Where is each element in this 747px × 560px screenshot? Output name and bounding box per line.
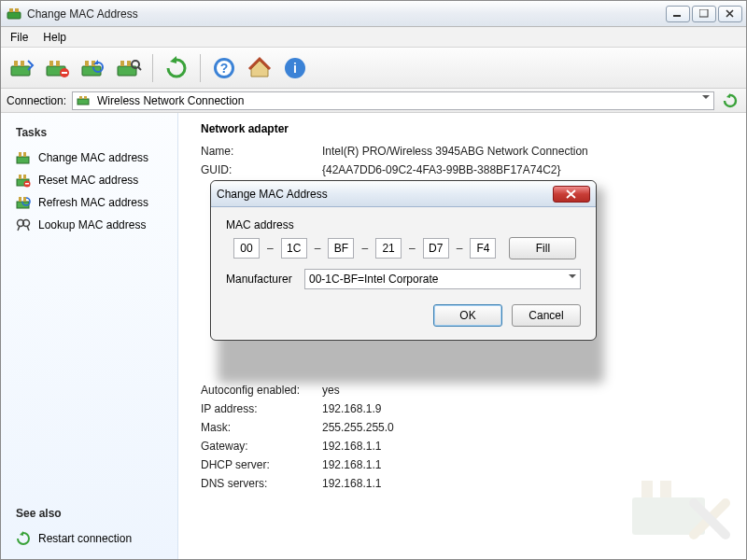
mac-octet-6[interactable] xyxy=(470,238,496,259)
maximize-button[interactable] xyxy=(692,6,716,22)
svg-rect-39 xyxy=(23,197,26,202)
svg-rect-3 xyxy=(673,15,681,17)
tool-home[interactable] xyxy=(244,52,275,84)
main-header: Network adapter xyxy=(201,122,727,135)
svg-rect-46 xyxy=(660,481,671,497)
svg-rect-0 xyxy=(7,12,21,19)
manufacturer-dropdown[interactable]: 00-1C-BF=Intel Corporate xyxy=(304,269,581,289)
svg-rect-14 xyxy=(85,61,89,66)
svg-rect-5 xyxy=(11,66,30,76)
toolbar-separator xyxy=(152,54,153,82)
ip-value: 192.168.1.9 xyxy=(322,402,727,415)
connection-dropdown[interactable]: Wireless Network Connection xyxy=(72,91,714,110)
connection-value: Wireless Network Connection xyxy=(97,94,244,107)
mac-octet-2[interactable] xyxy=(281,238,307,259)
menu-bar: File Help xyxy=(1,27,746,48)
name-label: Name: xyxy=(201,145,322,158)
window-title: Change MAC Address xyxy=(27,7,666,21)
dhcp-label: DHCP server: xyxy=(201,458,322,471)
name-value: Intel(R) PRO/Wireless 3945ABG Network Co… xyxy=(322,145,727,158)
watermark-icon xyxy=(628,469,740,553)
svg-rect-27 xyxy=(79,96,82,99)
title-bar: Change MAC Address xyxy=(1,1,746,27)
ip-label: IP address: xyxy=(201,402,322,415)
sidebar-item-change[interactable]: Change MAC address xyxy=(10,147,168,169)
menu-file[interactable]: File xyxy=(3,29,35,46)
sidebar-item-label: Reset MAC address xyxy=(38,174,138,187)
svg-rect-10 xyxy=(56,61,60,66)
manufacturer-value: 00-1C-BF=Intel Corporate xyxy=(309,273,438,286)
mac-octet-5[interactable] xyxy=(423,238,449,259)
autoconfig-value: yes xyxy=(322,384,727,397)
svg-rect-33 xyxy=(19,175,21,179)
adapter-icon xyxy=(77,95,92,106)
ok-button[interactable]: OK xyxy=(433,304,502,327)
dialog-close-button[interactable] xyxy=(553,186,590,203)
mac-octet-4[interactable] xyxy=(375,238,402,259)
svg-rect-26 xyxy=(78,99,89,105)
svg-rect-9 xyxy=(49,61,53,66)
svg-rect-45 xyxy=(641,481,653,497)
minimize-button[interactable] xyxy=(666,6,690,22)
mask-value: 255.255.255.0 xyxy=(322,421,727,434)
svg-rect-28 xyxy=(84,96,87,99)
svg-rect-2 xyxy=(15,8,19,12)
svg-rect-29 xyxy=(17,157,29,163)
tool-help[interactable]: ? xyxy=(208,52,240,84)
gateway-label: Gateway: xyxy=(201,440,322,453)
svg-rect-4 xyxy=(699,9,708,17)
tool-refresh-mac[interactable] xyxy=(78,52,109,84)
window-buttons xyxy=(666,6,742,22)
svg-rect-7 xyxy=(21,61,24,66)
svg-rect-38 xyxy=(19,197,21,202)
guid-label: GUID: xyxy=(201,163,322,176)
manufacturer-label: Manufacturer xyxy=(226,273,297,286)
close-button[interactable] xyxy=(718,6,742,22)
sidebar-item-lookup[interactable]: Lookup MAC address xyxy=(10,214,168,236)
gateway-value: 192.168.1.1 xyxy=(322,440,727,453)
svg-rect-31 xyxy=(23,152,26,157)
app-icon xyxy=(7,7,21,21)
svg-line-20 xyxy=(138,67,141,70)
autoconfig-label: Autoconfig enabled: xyxy=(201,384,322,397)
tool-lookup-mac[interactable] xyxy=(113,52,145,84)
svg-line-42 xyxy=(18,226,20,231)
toolbar-separator-2 xyxy=(200,54,201,82)
toolbar: ? i xyxy=(1,48,746,89)
svg-text:i: i xyxy=(293,61,297,76)
svg-rect-6 xyxy=(14,61,18,66)
tool-refresh[interactable] xyxy=(161,52,192,84)
sidebar-item-refresh[interactable]: Refresh MAC address xyxy=(10,191,168,214)
mac-octet-3[interactable] xyxy=(328,238,354,259)
svg-rect-17 xyxy=(120,61,124,66)
mac-address-label: MAC address xyxy=(226,218,581,231)
connection-label: Connection: xyxy=(7,94,66,107)
sidebar-item-label: Lookup MAC address xyxy=(38,218,146,231)
dropdown-arrow-icon xyxy=(702,95,710,103)
dialog-title: Change MAC Address xyxy=(217,188,553,201)
mac-octet-1[interactable] xyxy=(233,238,260,259)
svg-text:?: ? xyxy=(220,61,229,76)
change-mac-dialog: Change MAC Address MAC address – – – – –… xyxy=(210,180,597,341)
app-window: Change MAC Address File Help ? i Connect… xyxy=(0,0,747,560)
svg-rect-18 xyxy=(127,61,131,66)
seealso-header: See also xyxy=(16,507,168,520)
fill-button[interactable]: Fill xyxy=(509,237,576,259)
cancel-button[interactable]: Cancel xyxy=(512,304,581,327)
sidebar-item-reset[interactable]: Reset MAC address xyxy=(10,169,168,191)
tool-about[interactable]: i xyxy=(279,52,311,84)
tool-reset-mac[interactable] xyxy=(42,52,74,84)
tasks-header: Tasks xyxy=(16,126,168,139)
svg-rect-12 xyxy=(62,72,67,74)
sidebar-item-restart[interactable]: Restart connection xyxy=(10,527,168,550)
sidebar-item-label: Change MAC address xyxy=(38,151,148,164)
mask-label: Mask: xyxy=(201,421,322,434)
sidebar-item-label: Restart connection xyxy=(38,532,132,545)
dns-label: DNS servers: xyxy=(201,477,322,490)
svg-line-43 xyxy=(27,226,29,231)
sidebar: Tasks Change MAC address Reset MAC addre… xyxy=(1,113,178,559)
menu-help[interactable]: Help xyxy=(35,29,74,46)
connection-refresh[interactable] xyxy=(720,91,740,111)
tool-change-mac[interactable] xyxy=(7,52,38,84)
sidebar-item-label: Refresh MAC address xyxy=(38,196,148,209)
